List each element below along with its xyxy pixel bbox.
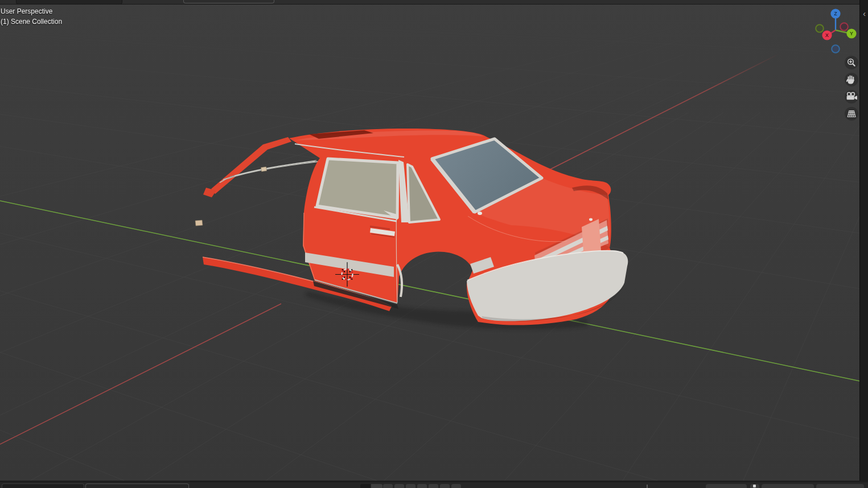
timeline-small-button[interactable] [360,484,371,488]
view-perspective-label: User Perspective [1,7,52,15]
playback-button[interactable] [451,484,461,488]
keying-icon [753,485,756,487]
blender-window: Z X Y [0,0,868,488]
gizmo-axis-z-neg[interactable] [832,45,840,53]
zoom-button[interactable] [845,56,858,69]
timeline-small-button-2[interactable] [371,484,382,488]
frame-start-field[interactable] [762,484,814,488]
perspective-toggle-button[interactable] [845,107,858,121]
workspace-tab[interactable] [16,0,122,5]
playback-button[interactable] [383,484,393,488]
playback-button[interactable] [406,484,416,488]
editor-type-button[interactable] [2,483,84,488]
detached-part[interactable] [195,220,203,226]
pan-button[interactable] [845,73,858,86]
playback-button[interactable] [429,484,438,488]
wiper-pivot [261,167,267,171]
playback-button[interactable] [394,484,404,488]
gizmo-z-label: Z [834,11,837,16]
frame-end-field[interactable] [816,484,864,488]
topbar [0,0,868,5]
gizmo-axis-y-neg[interactable] [816,24,824,32]
frame-field[interactable] [706,484,747,488]
sidebar-expand-chevron[interactable]: ‹ [863,9,866,18]
scrollbar-tick [647,485,648,488]
car-model[interactable] [203,129,628,325]
right-editor-edge [859,0,868,488]
keying-button[interactable] [750,484,759,488]
trunk-keyhole [589,218,593,221]
wiper-base-dot [478,212,482,215]
viewport-3d[interactable]: Z X Y [0,0,868,488]
workspace-tab-outline[interactable] [183,0,274,3]
active-collection-label: (1) Scene Collection [1,18,62,26]
gizmo-axis-x-neg[interactable] [840,23,848,31]
viewport-toolbar [845,56,858,121]
camera-view-button[interactable] [845,90,858,104]
playback-button[interactable] [417,484,427,488]
x-axis-line-right [545,53,780,172]
playback-button[interactable] [440,484,450,488]
navigation-gizmo[interactable]: Z X Y [816,9,856,52]
timeline-menu-group[interactable] [85,483,189,488]
timeline-strip [0,481,868,488]
gizmo-y-label: Y [850,31,853,36]
x-axis-line-left [0,304,281,444]
gizmo-x-label: X [825,32,829,38]
